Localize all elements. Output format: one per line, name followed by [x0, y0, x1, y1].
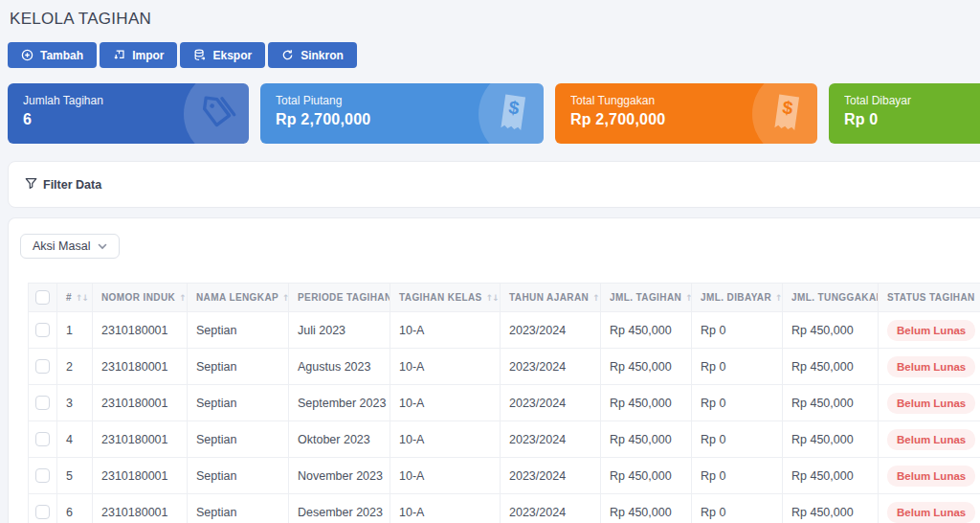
col-header-jml-tunggakan[interactable]: JML. TUNGGAKAN↑↓ — [783, 284, 879, 312]
cell-no: 1 — [57, 312, 93, 349]
status-badge: Belum Lunas — [887, 356, 975, 377]
col-header-periode-tagihan[interactable]: PERIODE TAGIHAN↑↓ — [289, 284, 390, 312]
table-row: 2 2310180001 Septian Agustus 2023 10-A 2… — [29, 349, 980, 385]
sort-icon[interactable]: ↑↓ — [282, 293, 288, 303]
status-badge: Belum Lunas — [887, 393, 975, 414]
col-header-tahun-ajaran[interactable]: TAHUN AJARAN↑↓ — [501, 284, 601, 312]
row-checkbox[interactable] — [35, 323, 50, 337]
page-title: KELOLA TAGIHAN — [10, 10, 980, 29]
row-checkbox[interactable] — [35, 468, 50, 483]
cell-jml-tagihan: Rp 450,000 — [601, 312, 692, 349]
stat-card-total-tunggakan: Total Tunggakan Rp 2,700,000 $ — [555, 83, 817, 144]
cell-tahun: 2023/2024 — [501, 494, 601, 523]
col-header-jml-tagihan[interactable]: JML. TAGIHAN↑↓ — [601, 284, 692, 312]
cell-nomor-induk: 2310180001 — [93, 385, 188, 421]
row-checkbox[interactable] — [35, 505, 50, 519]
cell-jml-dibayar: Rp 0 — [692, 421, 783, 458]
cell-jml-dibayar: Rp 0 — [692, 494, 783, 523]
filter-panel[interactable]: Filter Data — [8, 161, 980, 208]
stat-cards-row: Jumlah Tagihan 6 Total Piutang Rp 2,700,… — [8, 83, 980, 144]
sinkron-button-label: Sinkron — [301, 49, 344, 62]
cell-jml-tunggakan: Rp 450,000 — [783, 421, 879, 458]
cell-no: 2 — [57, 349, 93, 385]
sinkron-button[interactable]: Sinkron — [268, 42, 357, 68]
cell-jml-tunggakan: Rp 450,000 — [783, 349, 879, 385]
filter-label: Filter Data — [43, 178, 101, 192]
col-header-no[interactable]: #↑↓ — [57, 284, 93, 312]
cell-no: 3 — [57, 385, 93, 421]
cell-nama: Septian — [188, 385, 289, 421]
row-checkbox[interactable] — [35, 359, 50, 374]
cell-nomor-induk: 2310180001 — [93, 494, 188, 523]
table-row: 1 2310180001 Septian Juli 2023 10-A 2023… — [29, 312, 980, 349]
sort-icon[interactable]: ↑↓ — [486, 293, 499, 303]
col-header-jml-dibayar[interactable]: JML. DIBAYAR↑↓ — [692, 284, 783, 312]
cell-nama: Septian — [188, 494, 289, 523]
ekspor-button-label: Ekspor — [212, 49, 252, 62]
cell-periode: Agustus 2023 — [289, 349, 390, 385]
stat-card-jumlah-tagihan: Jumlah Tagihan 6 — [8, 83, 249, 144]
cell-nomor-induk: 2310180001 — [93, 421, 188, 458]
row-checkbox[interactable] — [35, 432, 50, 446]
cell-nama: Septian — [188, 349, 289, 385]
cell-tahun: 2023/2024 — [501, 385, 601, 421]
cell-jml-tagihan: Rp 450,000 — [601, 349, 692, 385]
cell-no: 4 — [57, 421, 93, 458]
cell-periode: Juli 2023 — [289, 312, 390, 349]
cell-jml-dibayar: Rp 0 — [692, 385, 783, 421]
sort-icon[interactable]: ↑↓ — [179, 293, 187, 303]
cell-jml-dibayar: Rp 0 — [692, 349, 783, 385]
cell-periode: November 2023 — [289, 458, 390, 494]
cell-tahun: 2023/2024 — [501, 421, 601, 458]
cell-jml-tagihan: Rp 450,000 — [601, 458, 692, 494]
sort-icon[interactable]: ↑↓ — [685, 293, 691, 303]
cell-nama: Septian — [188, 458, 289, 494]
sort-icon[interactable]: ↑↓ — [76, 293, 88, 303]
stat-card-total-piutang: Total Piutang Rp 2,700,000 $ — [260, 83, 544, 144]
status-badge: Belum Lunas — [887, 429, 975, 450]
cell-jml-tunggakan: Rp 450,000 — [783, 494, 879, 523]
stat-card-total-dibayar: Total Dibayar Rp 0 $ — [829, 83, 980, 144]
stat-card-value: Rp 0 — [844, 111, 980, 128]
sync-icon — [281, 49, 294, 61]
col-header-nomor-induk[interactable]: NOMOR INDUK↑↓ — [93, 284, 188, 312]
status-badge: Belum Lunas — [887, 502, 975, 523]
table-row: 3 2310180001 Septian September 2023 10-A… — [29, 385, 980, 421]
cell-kelas: 10-A — [390, 421, 501, 458]
cell-jml-tagihan: Rp 450,000 — [601, 421, 692, 458]
col-header-nama-lengkap[interactable]: NAMA LENGKAP↑↓ — [188, 284, 289, 312]
col-header-tagihan-kelas[interactable]: TAGIHAN KELAS↑↓ — [390, 284, 501, 312]
ekspor-button[interactable]: Ekspor — [180, 42, 265, 68]
cell-kelas: 10-A — [390, 349, 501, 385]
table-row: 4 2310180001 Septian Oktober 2023 10-A 2… — [29, 421, 980, 458]
select-all-checkbox[interactable] — [35, 290, 50, 305]
cell-nama: Septian — [188, 312, 289, 349]
cell-kelas: 10-A — [390, 494, 501, 523]
row-checkbox[interactable] — [35, 396, 50, 410]
tags-icon — [184, 83, 249, 144]
bulk-action-button[interactable]: Aksi Masal — [20, 234, 120, 259]
import-icon — [113, 49, 125, 61]
impor-button-label: Impor — [132, 49, 164, 62]
cell-nama: Septian — [188, 421, 289, 458]
cell-nomor-induk: 2310180001 — [93, 458, 188, 494]
cell-jml-tagihan: Rp 450,000 — [601, 494, 692, 523]
page-container: KELOLA TAGIHAN Tambah Impor Ekspor Sinkr… — [0, 0, 980, 523]
sort-icon[interactable]: ↑↓ — [592, 293, 600, 303]
plus-circle-icon — [21, 49, 33, 61]
sort-icon[interactable]: ↑↓ — [775, 293, 782, 303]
status-badge: Belum Lunas — [887, 320, 975, 341]
filter-toggle[interactable]: Filter Data — [25, 177, 101, 193]
receipt-icon: $ — [479, 83, 544, 144]
cell-kelas: 10-A — [390, 385, 501, 421]
status-badge: Belum Lunas — [887, 466, 975, 487]
cell-periode: September 2023 — [289, 385, 390, 421]
cell-jml-dibayar: Rp 0 — [692, 458, 783, 494]
col-header-status-tagihan[interactable]: STATUS TAGIHAN — [879, 284, 980, 312]
cell-no: 6 — [57, 494, 93, 523]
cell-jml-dibayar: Rp 0 — [692, 312, 783, 349]
impor-button[interactable]: Impor — [100, 42, 177, 68]
cell-kelas: 10-A — [390, 312, 501, 349]
tambah-button[interactable]: Tambah — [8, 42, 97, 68]
stat-card-label: Total Dibayar — [844, 94, 980, 107]
